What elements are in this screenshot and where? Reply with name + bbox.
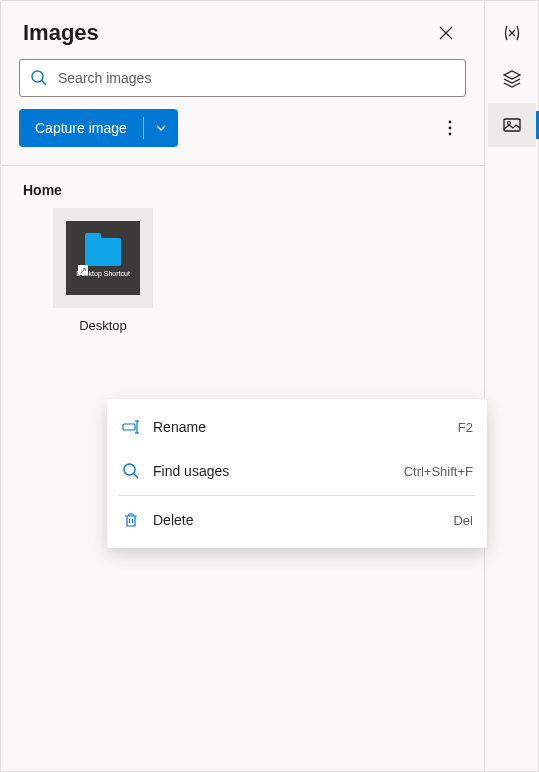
menu-label: Rename <box>153 419 458 435</box>
svg-point-2 <box>449 121 452 124</box>
svg-rect-5 <box>123 424 135 430</box>
close-button[interactable] <box>430 17 462 49</box>
panel-title: Images <box>23 20 99 46</box>
rail-item-variables[interactable] <box>488 11 536 55</box>
images-icon <box>502 115 522 135</box>
image-caption: Desktop <box>79 318 127 333</box>
search-container <box>1 59 484 109</box>
image-item[interactable]: ↗ Desktop Shortcut Desktop <box>53 208 153 333</box>
menu-shortcut: Ctrl+Shift+F <box>404 464 473 479</box>
panel-header: Images <box>1 1 484 59</box>
image-thumbnail: ↗ Desktop Shortcut <box>53 208 153 308</box>
menu-shortcut: F2 <box>458 420 473 435</box>
toolbar: Capture image <box>1 109 484 165</box>
variables-icon <box>502 23 522 43</box>
capture-image-dropdown[interactable] <box>144 109 178 147</box>
svg-point-4 <box>449 133 452 136</box>
thumbnail-preview: ↗ Desktop Shortcut <box>66 221 140 295</box>
delete-icon <box>121 510 141 530</box>
menu-item-rename[interactable]: Rename F2 <box>107 405 487 449</box>
images-panel: Images Capture image Home <box>0 0 485 772</box>
right-rail <box>485 0 539 772</box>
search-icon <box>121 461 141 481</box>
menu-divider <box>119 495 475 496</box>
capture-image-button[interactable]: Capture image <box>19 109 143 147</box>
close-icon <box>439 26 453 40</box>
layers-icon <box>502 69 522 89</box>
svg-point-0 <box>32 71 43 82</box>
rail-item-layers[interactable] <box>488 57 536 101</box>
menu-item-find-usages[interactable]: Find usages Ctrl+Shift+F <box>107 449 487 493</box>
menu-shortcut: Del <box>453 513 473 528</box>
rename-icon <box>121 417 141 437</box>
more-actions-button[interactable] <box>434 112 466 144</box>
chevron-down-icon <box>155 122 167 134</box>
shortcut-badge-icon: ↗ <box>78 265 88 275</box>
content-area: Home ↗ Desktop Shortcut Desktop <box>1 166 484 349</box>
svg-line-1 <box>42 81 46 85</box>
menu-item-delete[interactable]: Delete Del <box>107 498 487 542</box>
rail-item-images[interactable] <box>488 103 536 147</box>
svg-point-3 <box>449 127 452 130</box>
more-vertical-icon <box>448 120 452 136</box>
search-icon <box>30 69 48 87</box>
svg-point-9 <box>124 464 135 475</box>
capture-image-split-button: Capture image <box>19 109 178 147</box>
search-box[interactable] <box>19 59 466 97</box>
folder-name: Home <box>23 182 462 198</box>
context-menu: Rename F2 Find usages Ctrl+Shift+F Delet… <box>107 399 487 548</box>
menu-label: Find usages <box>153 463 404 479</box>
folder-icon <box>85 238 121 266</box>
menu-label: Delete <box>153 512 453 528</box>
thumbnail-row: ↗ Desktop Shortcut Desktop <box>23 208 462 333</box>
search-input[interactable] <box>58 70 455 86</box>
svg-point-12 <box>507 122 510 125</box>
svg-line-10 <box>134 474 138 478</box>
svg-rect-11 <box>504 119 520 131</box>
